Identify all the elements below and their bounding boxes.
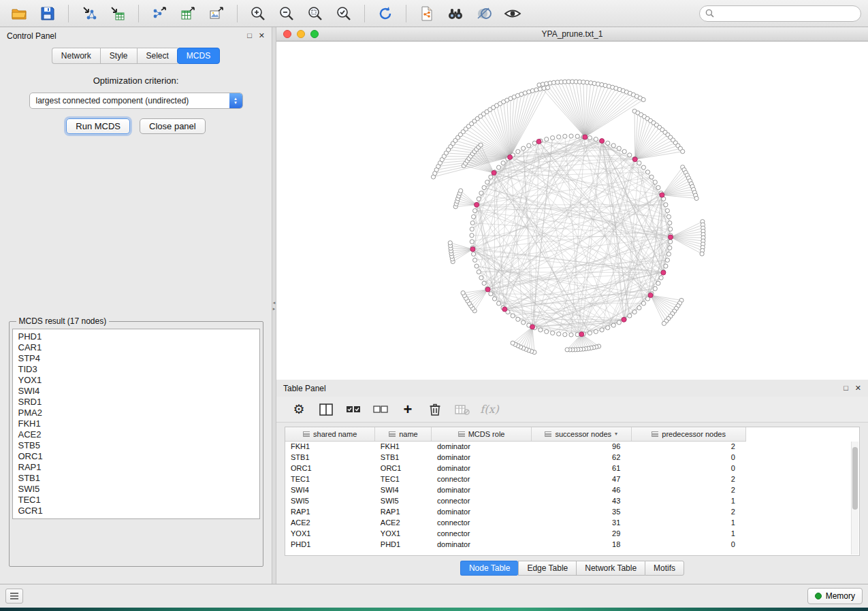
cell-predecessor-nodes[interactable]: 2 — [631, 484, 746, 495]
cell-name[interactable]: SWI5 — [375, 495, 432, 506]
cell-name[interactable]: RAP1 — [375, 506, 432, 517]
network-graph[interactable] — [276, 42, 868, 380]
mcds-result-item[interactable]: TID3 — [13, 364, 259, 375]
column-header-shared-name[interactable]: shared name — [285, 427, 375, 441]
cell-shared-name[interactable]: PHD1 — [285, 539, 375, 550]
export-image-button[interactable] — [204, 3, 229, 24]
zoom-selected-button[interactable] — [332, 3, 356, 24]
column-header-successor-nodes[interactable]: successor nodes▾ — [531, 427, 631, 441]
import-network-button[interactable] — [77, 3, 101, 24]
cell-successor-nodes[interactable]: 46 — [531, 484, 631, 495]
cell-shared-name[interactable]: ACE2 — [285, 517, 375, 528]
open-file-button[interactable] — [7, 3, 31, 24]
cell-predecessor-nodes[interactable]: 0 — [631, 463, 746, 474]
table-row[interactable]: ORC1ORC1dominator610 — [285, 463, 859, 474]
cell-successor-nodes[interactable]: 96 — [531, 441, 631, 452]
table-row[interactable]: FKH1FKH1dominator962 — [285, 441, 859, 452]
show-panels-menu-button[interactable] — [5, 589, 23, 604]
minimize-window-icon[interactable] — [297, 30, 305, 38]
cell-mcds-role[interactable]: connector — [432, 517, 531, 528]
cell-predecessor-nodes[interactable]: 2 — [631, 441, 746, 452]
tab-style[interactable]: Style — [100, 48, 137, 64]
optimization-criterion-select[interactable]: largest connected component (undirected)… — [29, 93, 243, 109]
close-panel-button[interactable]: Close panel — [140, 118, 206, 134]
tab-mcds[interactable]: MCDS — [177, 48, 220, 64]
maximize-window-icon[interactable] — [310, 30, 319, 38]
mcds-result-item[interactable]: RAP1 — [13, 462, 259, 473]
cell-mcds-role[interactable]: dominator — [432, 452, 531, 463]
tab-select[interactable]: Select — [137, 48, 178, 64]
cell-name[interactable]: SWI4 — [375, 484, 432, 495]
zoom-in-button[interactable] — [246, 3, 270, 24]
table-scrollbar[interactable] — [851, 442, 858, 555]
delete-column-button[interactable] — [425, 400, 445, 419]
table-row[interactable]: ACE2ACE2connector311 — [285, 517, 859, 528]
toggle-visibility-button[interactable] — [500, 3, 525, 24]
cell-successor-nodes[interactable]: 31 — [531, 517, 631, 528]
tab-node-table[interactable]: Node Table — [460, 561, 519, 576]
table-row[interactable]: SWI5SWI5connector431 — [285, 495, 859, 506]
scrollbar-thumb[interactable] — [852, 447, 858, 510]
float-panel-icon[interactable]: □ — [247, 32, 252, 39]
close-panel-icon[interactable]: ✕ — [259, 32, 265, 39]
cell-name[interactable]: STB1 — [375, 452, 432, 463]
memory-button[interactable]: Memory — [807, 588, 863, 604]
cell-mcds-role[interactable]: dominator — [432, 463, 531, 474]
table-row[interactable]: PHD1PHD1dominator180 — [285, 539, 859, 550]
cell-successor-nodes[interactable]: 47 — [531, 474, 631, 484]
cell-mcds-role[interactable]: dominator — [432, 484, 531, 495]
collapse-right-icon[interactable]: ▸ — [273, 306, 276, 311]
cell-predecessor-nodes[interactable]: 1 — [631, 517, 746, 528]
cell-name[interactable]: ORC1 — [375, 463, 432, 474]
cell-name[interactable]: PHD1 — [375, 539, 432, 550]
cell-name[interactable]: FKH1 — [375, 441, 432, 452]
cell-mcds-role[interactable]: dominator — [432, 441, 531, 452]
mcds-result-item[interactable]: ORC1 — [13, 451, 259, 462]
select-all-rows-button[interactable] — [343, 400, 364, 419]
cell-successor-nodes[interactable]: 61 — [531, 463, 631, 474]
collapse-left-icon[interactable]: ◂ — [273, 300, 276, 305]
table-settings-button[interactable]: ⚙ — [289, 400, 309, 419]
cell-successor-nodes[interactable]: 43 — [531, 495, 631, 506]
mcds-result-item[interactable]: SRD1 — [13, 397, 259, 408]
search-network-button[interactable] — [443, 3, 468, 24]
tab-motifs[interactable]: Motifs — [645, 561, 684, 576]
column-header-name[interactable]: name — [375, 427, 432, 441]
panel-splitter[interactable]: ◂ ▸ — [272, 27, 276, 584]
table-row[interactable]: TEC1TEC1connector472 — [285, 474, 859, 484]
column-header-predecessor-nodes[interactable]: predecessor nodes — [631, 427, 746, 441]
cell-shared-name[interactable]: SWI5 — [285, 495, 375, 506]
tab-edge-table[interactable]: Edge Table — [518, 561, 576, 576]
cell-shared-name[interactable]: ORC1 — [285, 463, 375, 474]
cell-mcds-role[interactable]: connector — [432, 495, 531, 506]
mcds-result-item[interactable]: CAR1 — [13, 342, 259, 353]
mcds-result-item[interactable]: GCR1 — [13, 506, 259, 516]
table-row[interactable]: SWI4SWI4dominator462 — [285, 484, 859, 495]
import-table-button[interactable] — [106, 3, 130, 24]
cell-successor-nodes[interactable]: 18 — [531, 539, 631, 550]
cell-predecessor-nodes[interactable]: 0 — [631, 452, 746, 463]
table-row[interactable]: YOX1YOX1connector291 — [285, 528, 859, 539]
run-mcds-button[interactable]: Run MCDS — [66, 118, 130, 134]
cell-mcds-role[interactable]: connector — [432, 528, 531, 539]
zoom-fit-button[interactable] — [303, 3, 327, 24]
show-graphics-button[interactable] — [472, 3, 496, 24]
cell-successor-nodes[interactable]: 35 — [531, 506, 631, 517]
search-input[interactable] — [718, 9, 855, 18]
save-session-button[interactable] — [35, 3, 60, 24]
cell-predecessor-nodes[interactable]: 2 — [631, 506, 746, 517]
column-header-mcds-role[interactable]: MCDS role — [432, 427, 531, 441]
add-column-button[interactable]: + — [398, 400, 418, 419]
cell-predecessor-nodes[interactable]: 2 — [631, 474, 746, 484]
mcds-result-item[interactable]: STB5 — [13, 440, 259, 451]
mcds-result-item[interactable]: ACE2 — [13, 429, 259, 440]
table-row[interactable]: RAP1RAP1dominator352 — [285, 506, 859, 517]
close-window-icon[interactable] — [283, 30, 291, 38]
cell-name[interactable]: ACE2 — [375, 517, 432, 528]
function-builder-button[interactable]: f(x) — [479, 400, 500, 419]
cell-predecessor-nodes[interactable]: 0 — [631, 539, 746, 550]
export-document-button[interactable] — [415, 3, 439, 24]
cell-predecessor-nodes[interactable]: 1 — [631, 528, 746, 539]
mcds-result-item[interactable]: PMA2 — [13, 408, 259, 418]
cell-name[interactable]: YOX1 — [375, 528, 432, 539]
